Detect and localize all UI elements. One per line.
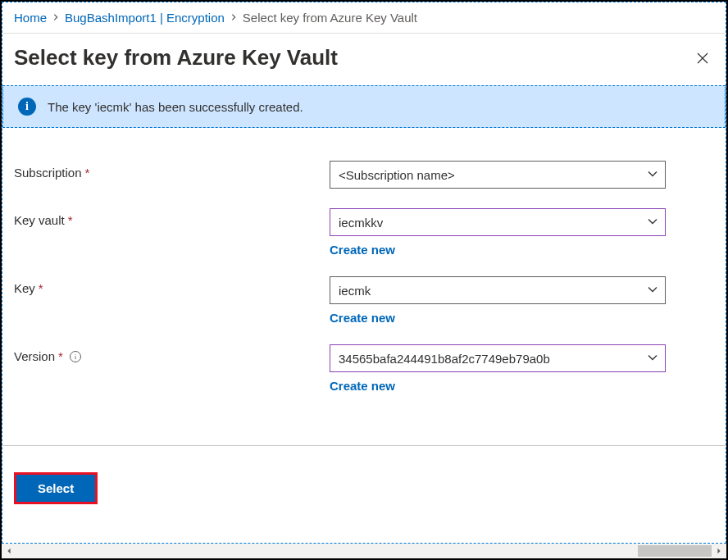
close-button[interactable] <box>691 47 714 70</box>
scrollbar-thumb[interactable] <box>638 545 712 557</box>
required-indicator: * <box>58 349 63 363</box>
version-create-new-link[interactable]: Create new <box>330 379 395 393</box>
breadcrumb-current: Select key from Azure Key Vault <box>243 11 417 25</box>
version-value: 34565bafa244491b8af2c7749eb79a0b <box>339 352 550 366</box>
form: Subscription * <Subscription name> Key v… <box>2 128 726 429</box>
key-row: Key * iecmk Create new <box>14 276 714 325</box>
keyvault-label: Key vault * <box>14 208 330 227</box>
scrollbar-track[interactable] <box>16 544 712 558</box>
breadcrumb: Home BugBashImport1 | Encryption Select … <box>2 2 726 34</box>
key-create-new-link[interactable]: Create new <box>330 311 395 325</box>
chevron-down-icon <box>647 216 658 230</box>
footer: Select <box>2 446 726 530</box>
key-value: iecmk <box>339 284 371 298</box>
chevron-right-icon <box>230 12 238 24</box>
version-row: Version * i 34565bafa244491b8af2c7749eb7… <box>14 344 714 393</box>
keyvault-create-new-link[interactable]: Create new <box>330 243 395 257</box>
scroll-right-arrow-icon[interactable] <box>712 544 726 558</box>
version-dropdown[interactable]: 34565bafa244491b8af2c7749eb79a0b <box>330 344 666 372</box>
key-dropdown[interactable]: iecmk <box>330 276 666 304</box>
close-icon <box>696 52 709 65</box>
required-indicator: * <box>39 281 43 295</box>
subscription-value: <Subscription name> <box>339 168 455 182</box>
key-label: Key * <box>14 276 330 295</box>
breadcrumb-home[interactable]: Home <box>14 11 47 25</box>
horizontal-scrollbar[interactable] <box>2 544 726 558</box>
chevron-down-icon <box>647 284 658 298</box>
page-title: Select key from Azure Key Vault <box>14 45 338 71</box>
info-icon: i <box>18 98 36 116</box>
required-indicator: * <box>68 213 73 227</box>
subscription-label: Subscription * <box>14 161 330 180</box>
keyvault-value: iecmkkv <box>339 216 383 230</box>
select-button[interactable]: Select <box>14 472 98 504</box>
version-label: Version * i <box>14 344 330 363</box>
chevron-right-icon <box>52 12 60 24</box>
info-icon[interactable]: i <box>70 351 81 362</box>
scroll-left-arrow-icon[interactable] <box>2 544 16 558</box>
notification-text: The key 'iecmk' has been successfully cr… <box>48 100 303 114</box>
subscription-row: Subscription * <Subscription name> <box>14 161 714 189</box>
chevron-down-icon <box>647 352 658 366</box>
keyvault-row: Key vault * iecmkkv Create new <box>14 208 714 257</box>
success-notification: i The key 'iecmk' has been successfully … <box>2 85 726 128</box>
breadcrumb-encryption[interactable]: BugBashImport1 | Encryption <box>65 11 225 25</box>
required-indicator: * <box>85 166 90 180</box>
subscription-dropdown[interactable]: <Subscription name> <box>330 161 666 189</box>
keyvault-dropdown[interactable]: iecmkkv <box>330 208 666 236</box>
chevron-down-icon <box>647 168 658 182</box>
panel-header: Select key from Azure Key Vault <box>2 34 726 85</box>
